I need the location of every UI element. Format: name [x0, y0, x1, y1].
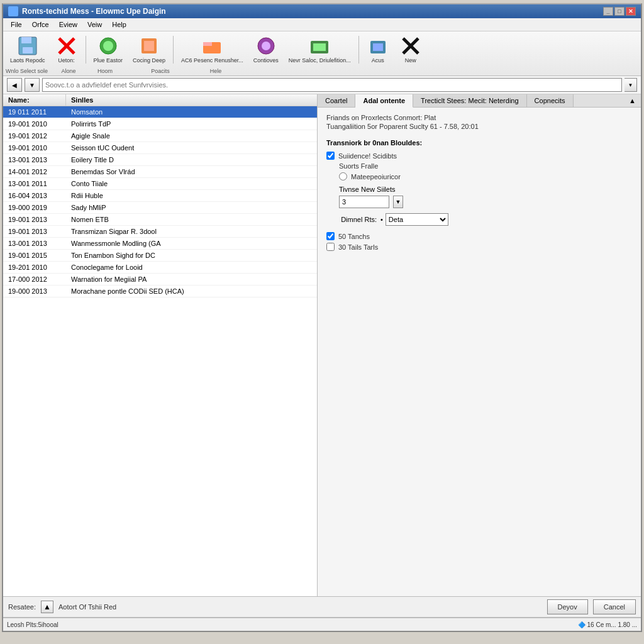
- title-bar-left: Ronts-techid Mess - Elowmc Upe Daigin: [8, 6, 166, 16]
- search-input[interactable]: [42, 78, 622, 92]
- list-cell-id: 19-000 2013: [3, 287, 66, 296]
- toolbar-cocing-button[interactable]: Cocing Deep: [128, 33, 170, 66]
- cancel-button[interactable]: Cancel: [593, 599, 636, 614]
- toolbar-contioves-button[interactable]: Contioves: [249, 33, 283, 66]
- matee-radio[interactable]: [339, 172, 347, 180]
- list-row[interactable]: 16-004 2013 Rdii Huble: [3, 190, 317, 202]
- list-row[interactable]: 13-001 2011 Conto Tiiale: [3, 178, 317, 190]
- purple-icon: [256, 36, 276, 56]
- suiidence-checkbox[interactable]: [326, 152, 335, 160]
- list-row[interactable]: 19-001 2010 Seisson tUC Oudent: [3, 142, 317, 154]
- list-row[interactable]: 19-001 2010 Polirrirts TdP: [3, 118, 317, 130]
- list-cell-name: Conoclegame for Looid: [66, 263, 317, 272]
- list-col-sinlles[interactable]: Sinlles: [66, 94, 317, 106]
- list-row[interactable]: 19-000 2019 Sady hMliP: [3, 202, 317, 214]
- toolbar-new-button[interactable]: New: [395, 33, 426, 66]
- maximize-button[interactable]: □: [614, 7, 625, 16]
- menu-orfce[interactable]: Orfce: [27, 19, 54, 30]
- resatee-label: Resatee:: [8, 603, 36, 611]
- list-row[interactable]: 17-000 2012 Warnation for Megiial PA: [3, 274, 317, 286]
- menu-veiw[interactable]: Veiw: [82, 19, 107, 30]
- list-cell-id: 19-001 2010: [3, 143, 66, 152]
- list-cell-name: Eoilery Title D: [66, 155, 317, 164]
- list-row[interactable]: 19 011 2011 Nomsaton: [3, 106, 317, 118]
- sub-poacits: Poacits: [126, 68, 195, 74]
- search-nav-back[interactable]: ◀: [7, 78, 22, 92]
- search-dropdown-btn[interactable]: ▼: [625, 78, 637, 92]
- toolbar-ueton-button[interactable]: Ueton:: [51, 33, 82, 66]
- option-row-30tails: 30 Tails Tarls: [326, 243, 632, 251]
- svg-point-12: [262, 42, 270, 50]
- list-row[interactable]: 19-001 2015 Ton Enambon Sighd for DC: [3, 250, 317, 262]
- list-cell-name: Warnation for Megiial PA: [66, 275, 317, 284]
- toolbar-row: Laots Repodc Ueton: Plue Eastor: [3, 31, 641, 68]
- minimize-button[interactable]: _: [603, 7, 613, 16]
- list-row[interactable]: 14-001 2012 Benemdas Sor Vlrád: [3, 166, 317, 178]
- bottom-icon-btn[interactable]: ▲: [41, 601, 53, 613]
- search-nav-drop[interactable]: ▼: [25, 78, 40, 92]
- list-row[interactable]: 19-000 2013 Morachane pontle CODii SED (…: [3, 286, 317, 297]
- list-cell-id: 17-000 2012: [3, 275, 66, 284]
- toolbar: Laots Repodc Ueton: Plue Eastor: [3, 31, 641, 76]
- list-cell-name: Morachane pontle CODii SED (HCA): [66, 287, 317, 296]
- toolbar-plue-button[interactable]: Plue Eastor: [89, 33, 128, 66]
- tabs-collapse-btn[interactable]: ▲: [624, 94, 641, 107]
- list-cell-id: 13-001 2011: [3, 179, 66, 188]
- svg-point-6: [103, 41, 113, 51]
- option-row-matee: Mateepeoiuricor: [339, 172, 632, 180]
- menu-help[interactable]: Help: [107, 19, 131, 30]
- list-row[interactable]: 13-001 2013 Eoilery Title D: [3, 154, 317, 166]
- dimnel-select[interactable]: Deta: [386, 213, 448, 226]
- sub-alone: Alone: [53, 68, 84, 74]
- list-header: Name: Sinlles: [3, 94, 317, 106]
- list-cell-name: Wanmessmonle Modling (GA: [66, 239, 317, 248]
- dimnel-label: Dimnel Rts:: [326, 216, 377, 223]
- tab-copnecits[interactable]: Copnecits: [527, 94, 574, 107]
- list-cell-id: 13-001 2013: [3, 239, 66, 248]
- section-title: Transniork br 0nan Blouldes:: [326, 139, 632, 147]
- list-cell-name: Agigle Snale: [66, 131, 317, 140]
- box-icon: [368, 36, 388, 56]
- toolbar-nevr-button[interactable]: Nevr Saloc, Driulefition...: [284, 33, 355, 66]
- list-row[interactable]: 19-001 2012 Agigle Snale: [3, 130, 317, 142]
- close-button[interactable]: ✕: [626, 7, 636, 16]
- title-bar: Ronts-techid Mess - Elowmc Upe Daigin _ …: [3, 4, 641, 18]
- window-title: Ronts-techid Mess - Elowmc Upe Daigin: [22, 7, 166, 16]
- panel-header: Friands on Proxrlects Conmort: Plat: [326, 114, 632, 121]
- menu-file[interactable]: File: [6, 19, 27, 30]
- list-row[interactable]: 13-001 2013 Wanmessmonle Modling (GA: [3, 238, 317, 250]
- sub-hoom: Hoom: [89, 68, 121, 74]
- toolbar-laots-button[interactable]: Laots Repodc: [6, 33, 50, 66]
- list-cell-name: Conto Tiiale: [66, 179, 317, 188]
- svg-rect-1: [21, 37, 31, 43]
- tivnse-input[interactable]: [339, 196, 389, 208]
- toolbar-ac6-button[interactable]: AC6 Pesenc Renusher...: [177, 33, 248, 66]
- list-scroll-container: 19 011 2011 Nomsaton 19-001 2010 Polirri…: [3, 106, 317, 596]
- main-window: Ronts-techid Mess - Elowmc Upe Daigin _ …: [2, 3, 642, 632]
- toolbar-acus-button[interactable]: Acus: [362, 33, 394, 66]
- menu-eview[interactable]: Eview: [54, 19, 82, 30]
- deyov-button[interactable]: Deyov: [547, 599, 588, 614]
- matee-label: Mateepeoiuricor: [351, 173, 401, 180]
- list-row[interactable]: 19-001 2013 Nomen ETB: [3, 214, 317, 226]
- list-cell-name: Ton Enambon Sighd for DC: [66, 251, 317, 260]
- sub-wnlo: Wnlo Select sole: [6, 68, 48, 74]
- toolbar-cocing-label: Cocing Deep: [133, 57, 165, 64]
- tab-trecticlt[interactable]: Trecticlt Stees: Mecit: Neterding: [413, 94, 526, 107]
- list-cell-id: 16-004 2013: [3, 191, 66, 200]
- list-cell-id: 13-001 2013: [3, 155, 66, 164]
- field-tivnse-row: ▼: [339, 196, 632, 208]
- list-row[interactable]: 19-201 2010 Conoclegame for Looid: [3, 262, 317, 274]
- list-row[interactable]: 19-001 2013 Transmizan Siqpar R. 3dool: [3, 226, 317, 238]
- tarls-checkbox[interactable]: [326, 243, 335, 251]
- tivnse-spin-btn[interactable]: ▼: [393, 196, 403, 208]
- tanchs-checkbox[interactable]: [326, 232, 335, 240]
- toolbar-sep-2: [173, 36, 174, 64]
- list-cell-name: Benemdas Sor Vlrád: [66, 167, 317, 176]
- tab-adal-ontente[interactable]: Adal ontente: [355, 94, 413, 108]
- list-col-name[interactable]: Name:: [3, 94, 66, 106]
- suorts-label: Suorts Fralle: [339, 162, 378, 170]
- sub-hele: Hele: [200, 68, 231, 74]
- tab-coartel[interactable]: Coartel: [318, 94, 355, 107]
- title-controls: _ □ ✕: [603, 7, 636, 16]
